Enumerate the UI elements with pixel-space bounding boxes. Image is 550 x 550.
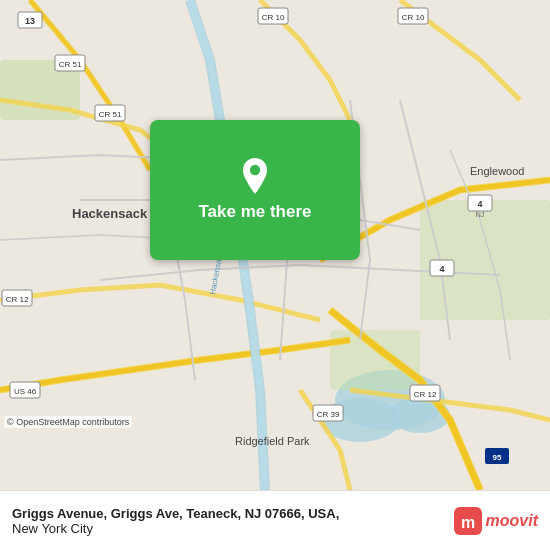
svg-text:4: 4: [477, 199, 482, 209]
svg-text:Englewood: Englewood: [470, 165, 524, 177]
svg-text:CR 12: CR 12: [414, 390, 437, 399]
svg-text:13: 13: [25, 16, 35, 26]
svg-text:US 46: US 46: [14, 387, 37, 396]
moovit-icon: m: [454, 507, 482, 535]
bottom-bar: Griggs Avenue, Griggs Ave, Teaneck, NJ 0…: [0, 490, 550, 550]
take-me-there-label: Take me there: [198, 202, 311, 222]
svg-text:CR 39: CR 39: [317, 410, 340, 419]
svg-text:4: 4: [439, 264, 444, 274]
svg-text:CR 10: CR 10: [262, 13, 285, 22]
address-block: Griggs Avenue, Griggs Ave, Teaneck, NJ 0…: [12, 506, 454, 536]
map-attribution: © OpenStreetMap contributors: [4, 416, 132, 428]
moovit-logo: m moovit: [454, 507, 538, 535]
svg-point-38: [250, 165, 260, 175]
moovit-text: moovit: [486, 512, 538, 530]
svg-text:95: 95: [493, 453, 502, 462]
location-pin-icon: [237, 158, 273, 194]
address-line1: Griggs Avenue, Griggs Ave, Teaneck, NJ 0…: [12, 506, 454, 521]
svg-text:Hackensack: Hackensack: [72, 206, 148, 221]
svg-text:m: m: [460, 514, 474, 531]
map-container: 13 CR 51 CR 51 CR 10 CR 10 4 NJ 4 CR 12 …: [0, 0, 550, 490]
svg-text:Ridgefield Park: Ridgefield Park: [235, 435, 310, 447]
svg-text:CR 12: CR 12: [6, 295, 29, 304]
svg-text:NJ: NJ: [476, 211, 485, 218]
address-line2: New York City: [12, 521, 454, 536]
svg-text:CR 10: CR 10: [402, 13, 425, 22]
svg-text:CR 51: CR 51: [99, 110, 122, 119]
svg-text:CR 51: CR 51: [59, 60, 82, 69]
take-me-there-button[interactable]: Take me there: [150, 120, 360, 260]
